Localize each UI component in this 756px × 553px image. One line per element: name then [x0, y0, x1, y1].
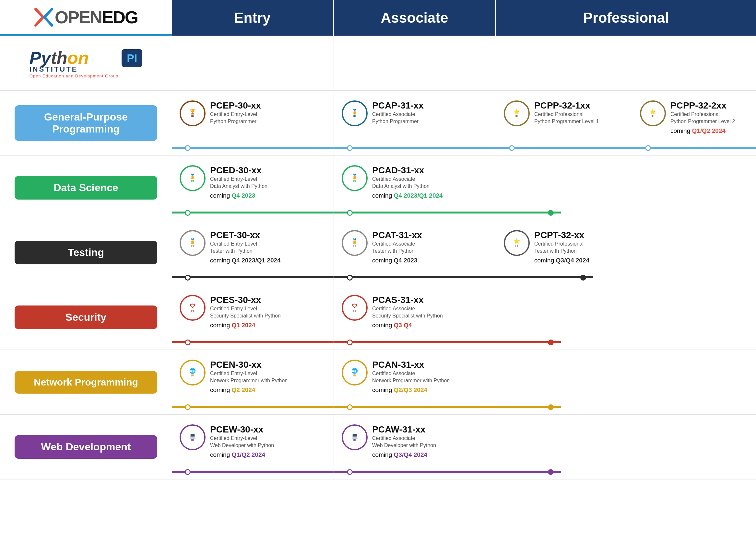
pcan-coming: coming Q2/Q3 2024 — [372, 387, 450, 394]
track-row-security: Security 🛡PI PCES-30-xx Certified Entry-… — [0, 285, 756, 350]
pcan-desc: Certified AssociateNetwork Programmer wi… — [372, 370, 450, 385]
pced-coming: coming Q4 2023 — [210, 192, 267, 199]
pcaw-code: PCAW-31-xx — [372, 424, 436, 435]
pces-badge: 🛡PI — [180, 295, 206, 321]
pcew-coming: coming Q1/Q2 2024 — [210, 451, 274, 458]
track-label-web: Web Development — [0, 415, 172, 479]
logo-cell: OPENEDG — [0, 0, 172, 35]
pcat-coming: coming Q4 2023 — [372, 257, 422, 264]
pcpp1-desc: Certified ProfessionalPython Programmer … — [534, 111, 599, 126]
associate-column-header: Associate — [334, 0, 496, 35]
pcad-badge: 🏅PI — [342, 165, 368, 191]
track-row-general-purpose: General-PurposeProgramming 🏆 PI PCEP-30-… — [0, 91, 756, 156]
cert-pcpt: ⭐PI PCPT-32-xx Certified ProfessionalTes… — [496, 220, 756, 285]
cert-pcas: 🛡PI PCAS-31-xx Certified AssociateSecuri… — [334, 285, 496, 349]
entry-column-header: Entry — [172, 0, 334, 35]
cert-pcpp2: ⭐ PI PCPP-32-2xx Certified ProfessionalP… — [632, 91, 756, 155]
pcpp1-badge: ⭐ PI — [504, 100, 530, 126]
track-label-general-purpose: General-PurposeProgramming — [0, 91, 172, 155]
pcad-desc: Certified AssociateData Analyst with Pyt… — [372, 176, 443, 190]
pcet-desc: Certified Entry-LevelTester with Python — [210, 240, 281, 255]
pced-code: PCED-30-xx — [210, 165, 267, 176]
associate-label: Associate — [381, 10, 449, 26]
cert-pcan: 🌐PI PCAN-31-xx Certified AssociateNetwor… — [334, 350, 496, 414]
cert-pced: 🏅PI PCED-30-xx Certified Entry-LevelData… — [172, 156, 334, 220]
pcpp2-desc: Certified ProfessionalPython Programmer … — [670, 111, 735, 126]
pcas-code: PCAS-31-xx — [372, 295, 443, 305]
pcep-desc: Certified Entry-LevelPython Programmer — [210, 111, 261, 126]
pcen-badge: 🌐PI — [180, 360, 206, 386]
pcat-code: PCAT-31-xx — [372, 230, 422, 240]
pcen-coming: coming Q2 2024 — [210, 387, 287, 394]
pces-coming: coming Q1 2024 — [210, 322, 281, 329]
cert-pcad: 🏅PI PCAD-31-xx Certified AssociateData A… — [334, 156, 496, 220]
cert-pcaw: 💻PI PCAW-31-xx Certified AssociateWeb De… — [334, 415, 496, 479]
pcat-desc: Certified AssociateTester with Python — [372, 240, 422, 255]
pcad-coming: coming Q4 2023/Q1 2024 — [372, 192, 443, 199]
pcpp2-code: PCPP-32-2xx — [670, 100, 735, 111]
track-label-security: Security — [0, 285, 172, 349]
track-label-testing: Testing — [0, 220, 172, 285]
pces-desc: Certified Entry-LevelSecurity Specialist… — [210, 305, 281, 320]
track-label-network: Network Programming — [0, 350, 172, 414]
pced-desc: Certified Entry-LevelData Analyst with P… — [210, 176, 267, 190]
track-label-data-science: Data Science — [0, 156, 172, 220]
cert-pcat: 🏅PI PCAT-31-xx Certified AssociateTester… — [334, 220, 496, 285]
pcap-badge: 🏅 PI — [342, 100, 368, 126]
entry-label: Entry — [234, 10, 270, 26]
svg-line-2 — [45, 9, 52, 17]
pcep-badge: 🏆 PI — [180, 100, 206, 126]
pcap-code: PCAP-31-xx — [372, 100, 424, 111]
tagline-text: Open Education and Development Group — [29, 74, 119, 78]
pcaw-coming: coming Q3/Q4 2024 — [372, 451, 436, 458]
pcpt-badge: ⭐PI — [504, 230, 530, 256]
cert-pcpp1: ⭐ PI PCPP-32-1xx Certified ProfessionalP… — [496, 91, 632, 155]
track-row-network: Network Programming 🌐PI PCEN-30-xx Certi… — [0, 350, 756, 415]
pcpp1-code: PCPP-32-1xx — [534, 100, 599, 111]
track-row-web: Web Development 💻PI PCEW-30-xx Certified… — [0, 415, 756, 479]
cert-pcet: 🏅PI PCET-30-xx Certified Entry-LevelTest… — [172, 220, 334, 285]
pcep-code: PCEP-30-xx — [210, 100, 261, 111]
pcap-desc: Certified AssociatePython Programmer — [372, 111, 424, 126]
track-row-testing: Testing 🏅PI PCET-30-xx Certified Entry-L… — [0, 220, 756, 285]
pcat-badge: 🏅PI — [342, 230, 368, 256]
pcpt-coming: coming Q3/Q4 2024 — [534, 257, 590, 264]
pcpp2-badge: ⭐ PI — [640, 100, 666, 126]
pcan-code: PCAN-31-xx — [372, 360, 450, 370]
pcet-code: PCET-30-xx — [210, 230, 281, 240]
cert-pcen: 🌐PI PCEN-30-xx Certified Entry-LevelNetw… — [172, 350, 334, 414]
pcad-code: PCAD-31-xx — [372, 165, 443, 176]
pcew-code: PCEW-30-xx — [210, 424, 274, 435]
pcpp2-coming: coming Q1/Q2 2024 — [670, 127, 735, 135]
pcen-code: PCEN-30-xx — [210, 360, 287, 370]
pcpt-code: PCPT-32-xx — [534, 230, 590, 240]
pcet-coming: coming Q4 2023/Q1 2024 — [210, 257, 281, 264]
professional-label: Professional — [583, 10, 669, 26]
cert-pcew: 💻PI PCEW-30-xx Certified Entry-LevelWeb … — [172, 415, 334, 479]
pcas-coming: coming Q3 Q4 — [372, 322, 443, 329]
pced-badge: 🏅PI — [180, 165, 206, 191]
svg-line-3 — [45, 17, 52, 25]
professional-column-header: Professional — [496, 0, 756, 35]
openedg-text: OPENEDG — [55, 8, 138, 26]
svg-line-0 — [36, 9, 43, 17]
pcet-badge: 🏅PI — [180, 230, 206, 256]
pi-badge: PI — [122, 49, 142, 67]
pces-code: PCES-30-xx — [210, 295, 281, 305]
pcas-desc: Certified AssociateSecurity Specialist w… — [372, 305, 443, 320]
pcan-badge: 🌐PI — [342, 360, 368, 386]
pcaw-badge: 💻PI — [342, 424, 368, 450]
pcew-badge: 💻PI — [180, 424, 206, 450]
pcew-desc: Certified Entry-LevelWeb Developer with … — [210, 435, 274, 449]
track-row-data-science: Data Science 🏅PI PCED-30-xx Certified En… — [0, 156, 756, 220]
pcas-badge: 🛡PI — [342, 295, 368, 321]
cert-pces: 🛡PI PCES-30-xx Certified Entry-LevelSecu… — [172, 285, 334, 349]
institute-text: INSTITUTE — [29, 65, 78, 74]
openedg-x-icon — [34, 7, 54, 27]
pcen-desc: Certified Entry-LevelNetwork Programmer … — [210, 370, 287, 385]
cert-pcap: 🏅 PI PCAP-31-xx Certified AssociatePytho… — [334, 91, 496, 155]
python-institute-logo: Python INSTITUTE Open Education and Deve… — [0, 35, 172, 90]
svg-line-1 — [36, 17, 43, 25]
pcaw-desc: Certified AssociateWeb Developer with Py… — [372, 435, 436, 449]
cert-pcep: 🏆 PI PCEP-30-xx Certified Entry-LevelPyt… — [172, 91, 334, 155]
